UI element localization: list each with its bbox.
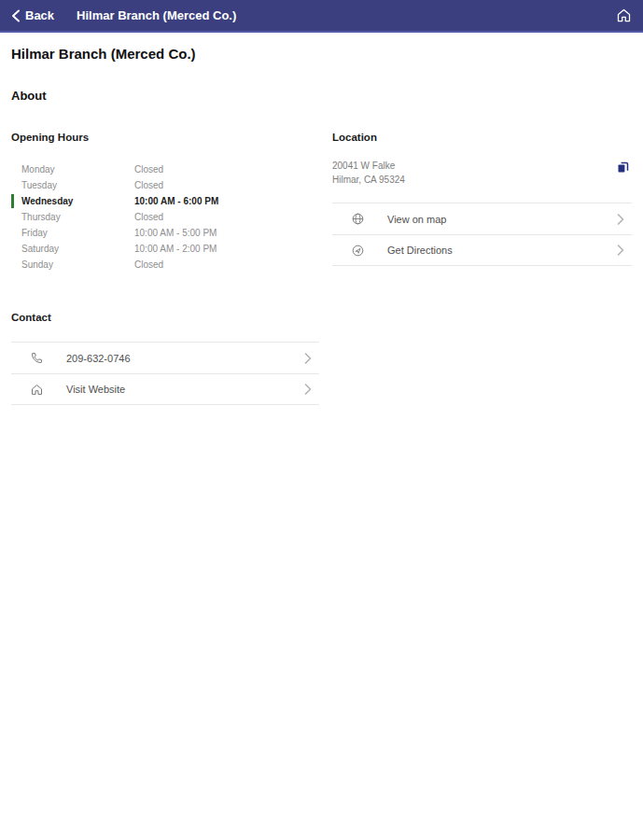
directions-icon [350,243,366,259]
chevron-right-icon [617,245,624,256]
get-directions-label: Get Directions [387,245,453,256]
chevron-right-icon [304,384,312,395]
view-on-map-label: View on map [387,214,446,225]
day-label: Monday [21,164,134,175]
get-directions-row[interactable]: Get Directions [332,234,632,266]
day-label: Saturday [21,244,134,254]
day-label: Wednesday [21,196,134,206]
hours-value: Closed [134,259,163,270]
call-phone-row[interactable]: 209-632-0746 [11,342,319,373]
appbar-title: Hilmar Branch (Merced Co.) [77,8,236,22]
home-button[interactable] [616,7,632,23]
location-heading: Location [332,132,632,143]
page-content: Hilmar Branch (Merced Co.) About Opening… [0,33,643,405]
app-header: Back Hilmar Branch (Merced Co.) [0,0,643,33]
page-title: Hilmar Branch (Merced Co.) [11,33,632,62]
phone-number: 209-632-0746 [66,353,131,364]
address-block: 20041 W Falke Hilmar, CA 95324 [332,159,632,187]
about-heading: About [11,89,632,103]
left-column: Opening Hours Monday Closed Tuesday Clos… [11,132,319,405]
hours-row-wednesday-current: Wednesday 10:00 AM - 6:00 PM [11,193,319,209]
day-label: Friday [21,228,134,238]
hours-row-thursday: Thursday Closed [11,209,319,225]
hours-row-tuesday: Tuesday Closed [11,177,319,193]
chevron-right-icon [617,214,624,225]
hours-value: Closed [134,212,163,222]
day-label: Thursday [21,212,134,222]
hours-row-saturday: Saturday 10:00 AM - 2:00 PM [11,241,319,257]
contact-section: Contact 209-632-0746 [11,312,319,405]
chevron-right-icon [304,353,312,364]
contact-heading: Contact [11,312,319,323]
opening-hours-list: Monday Closed Tuesday Closed Wednesday 1… [11,161,319,273]
hours-row-sunday: Sunday Closed [11,257,319,273]
hours-value: Closed [134,180,163,190]
address-line-2: Hilmar, CA 95324 [332,173,616,187]
opening-hours-heading: Opening Hours [11,132,319,143]
visit-website-row[interactable]: Visit Website [11,373,319,405]
phone-icon [29,350,45,366]
address: 20041 W Falke Hilmar, CA 95324 [332,159,616,187]
hours-value: 10:00 AM - 2:00 PM [134,244,217,254]
contact-list: 209-632-0746 [11,342,319,405]
copy-icon [616,161,630,175]
hours-value: Closed [134,164,163,175]
copy-address-button[interactable] [616,161,630,175]
location-actions: View on map [332,203,632,266]
home-icon [616,7,632,23]
view-on-map-row[interactable]: View on map [332,203,632,234]
hours-row-monday: Monday Closed [11,161,319,177]
two-column-layout: Opening Hours Monday Closed Tuesday Clos… [11,132,632,405]
day-label: Tuesday [21,180,134,190]
back-label: Back [25,8,54,22]
globe-icon [350,211,366,227]
hours-value: 10:00 AM - 6:00 PM [134,196,218,206]
chevron-left-icon [11,9,21,22]
back-button[interactable]: Back [11,8,54,22]
branch-detail-screen: Back Hilmar Branch (Merced Co.) Hilmar B… [0,0,643,840]
hours-row-friday: Friday 10:00 AM - 5:00 PM [11,225,319,241]
day-label: Sunday [21,259,134,270]
right-column: Location 20041 W Falke Hilmar, CA 95324 [332,132,632,405]
website-icon [29,382,45,398]
address-line-1: 20041 W Falke [332,159,616,173]
visit-website-label: Visit Website [66,384,125,395]
hours-value: 10:00 AM - 5:00 PM [134,228,217,238]
